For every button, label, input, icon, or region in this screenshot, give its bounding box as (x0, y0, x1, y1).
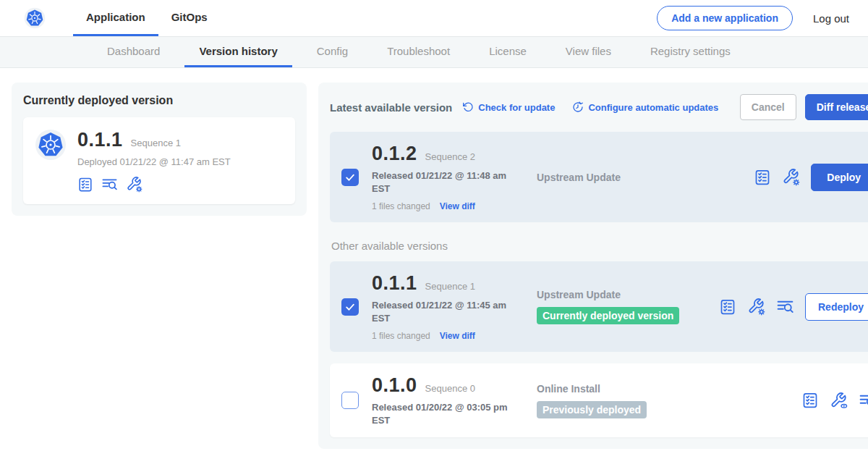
previously-deployed-badge: Previously deployed (537, 401, 647, 418)
wrench-gear-icon[interactable] (747, 298, 765, 316)
version-sequence: Sequence 2 (425, 151, 475, 162)
tab-gitops-label: GitOps (171, 11, 208, 23)
other-versions-title: Other available versions (331, 240, 868, 252)
subnav-item-registry-settings[interactable]: Registry settings (636, 37, 745, 67)
wrench-gear-icon[interactable] (126, 176, 142, 193)
deployed-version-number: 0.1.1 (77, 129, 123, 151)
version-row-0-1-1: 0.1.1 Sequence 1 Released 01/21/22 @ 11:… (330, 261, 868, 352)
file-search-icon[interactable] (776, 298, 794, 316)
deploy-button[interactable]: Deploy (811, 164, 868, 191)
release-notes-icon[interactable] (719, 298, 736, 316)
currently-deployed-badge: Currently deployed version (537, 307, 679, 324)
version-source: Online Install (537, 383, 719, 395)
logout-button[interactable]: Log out (813, 12, 849, 25)
released-timestamp: Released 01/21/22 @ 11:45 am EST (372, 299, 520, 324)
latest-available-title: Latest available version (330, 101, 452, 114)
tab-gitops[interactable]: GitOps (158, 0, 221, 36)
version-number: 0.1.0 (372, 374, 417, 397)
add-application-button[interactable]: Add a new application (657, 6, 793, 30)
redeploy-button[interactable]: Redeploy (805, 293, 868, 321)
view-diff-link[interactable]: View diff (440, 331, 475, 341)
top-nav: Application GitOps Add a new application… (0, 0, 868, 36)
available-versions-panel: Latest available version Check for updat… (318, 83, 868, 449)
version-row-0-1-2: 0.1.2 Sequence 2 Released 01/21/22 @ 11:… (330, 132, 868, 222)
configure-auto-updates-link[interactable]: Configure automatic updates (572, 101, 718, 113)
version-sequence: Sequence 1 (425, 281, 475, 292)
files-changed: 1 files changed (372, 201, 430, 211)
release-notes-icon[interactable] (754, 169, 771, 186)
release-notes-icon[interactable] (77, 177, 93, 193)
configure-auto-updates-label: Configure automatic updates (588, 102, 718, 113)
version-row-0-1-0: 0.1.0 Sequence 0 Released 01/20/22 @ 03:… (330, 363, 868, 437)
released-timestamp: Released 01/20/22 @ 03:05 pm EST (372, 401, 520, 426)
file-search-icon[interactable] (101, 176, 118, 193)
wrench-eye-icon[interactable] (830, 392, 848, 410)
app-subnav: Dashboard Version history Config Trouble… (0, 36, 868, 68)
file-search-icon[interactable] (859, 392, 868, 410)
currently-deployed-panel: Currently deployed version 0.1.1 Sequenc… (12, 83, 307, 216)
kubernetes-logo-icon (24, 7, 46, 29)
kubernetes-app-icon (35, 129, 67, 161)
tab-application-label: Application (86, 11, 145, 23)
subnav-item-dashboard[interactable]: Dashboard (93, 37, 174, 67)
version-sequence: Sequence 0 (425, 383, 475, 394)
deployed-timestamp: Deployed 01/21/22 @ 11:47 am EST (77, 156, 231, 167)
clock-refresh-icon (572, 101, 584, 113)
check-for-update-label: Check for update (478, 102, 555, 113)
subnav-item-version-history[interactable]: Version history (184, 37, 292, 67)
subnav-item-troubleshoot[interactable]: Troubleshoot (373, 37, 464, 67)
subnav-item-license[interactable]: License (475, 37, 541, 67)
files-changed: 1 files changed (372, 331, 430, 341)
view-diff-link[interactable]: View diff (440, 201, 475, 211)
version-checkbox[interactable] (341, 298, 359, 316)
version-source: Upstream Update (537, 289, 719, 300)
subnav-item-view-files[interactable]: View files (551, 37, 626, 67)
version-history-page: Currently deployed version 0.1.1 Sequenc… (0, 68, 868, 449)
version-number: 0.1.2 (372, 143, 417, 165)
release-notes-icon[interactable] (801, 392, 819, 409)
app-logo (24, 0, 46, 36)
cancel-button[interactable]: Cancel (740, 94, 796, 120)
deployed-version-card: 0.1.1 Sequence 1 Deployed 01/21/22 @ 11:… (23, 117, 295, 204)
currently-deployed-title: Currently deployed version (23, 94, 295, 107)
check-icon (344, 300, 357, 313)
diff-releases-button[interactable]: Diff releases (805, 94, 868, 120)
refresh-icon (462, 101, 474, 113)
version-source: Upstream Update (537, 172, 719, 183)
tab-application[interactable]: Application (73, 0, 158, 36)
check-for-update-link[interactable]: Check for update (462, 101, 555, 113)
version-checkbox[interactable] (341, 169, 359, 186)
deployed-sequence: Sequence 1 (131, 138, 181, 148)
wrench-gear-icon[interactable] (782, 168, 800, 186)
version-checkbox[interactable] (341, 392, 359, 409)
released-timestamp: Released 01/21/22 @ 11:48 am EST (372, 169, 520, 195)
version-number: 0.1.1 (372, 272, 417, 295)
subnav-item-config[interactable]: Config (302, 37, 362, 67)
check-icon (344, 171, 357, 184)
